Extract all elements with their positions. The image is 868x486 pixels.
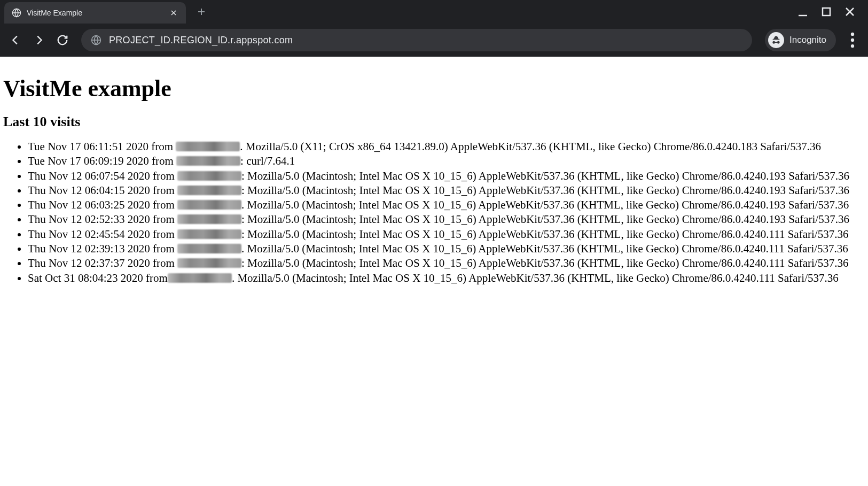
visit-user-agent: : curl/7.64.1: [240, 155, 295, 167]
visit-timestamp: Thu Nov 12 06:04:15 2020 from: [28, 184, 177, 197]
visit-timestamp: Tue Nov 17 06:09:19 2020 from: [28, 155, 176, 167]
visit-user-agent: . Mozilla/5.0 (X11; CrOS x86_64 13421.89…: [240, 140, 821, 153]
browser-tab[interactable]: VisitMe Example: [4, 2, 186, 24]
tab-bar: VisitMe Example: [0, 0, 868, 24]
list-item: Tue Nov 17 06:11:51 2020 from . Mozilla/…: [28, 140, 865, 154]
address-bar[interactable]: PROJECT_ID.REGION_ID.r.appspot.com: [81, 29, 752, 51]
list-item: Thu Nov 12 02:37:37 2020 from : Mozilla/…: [28, 256, 865, 271]
redacted-ip: [176, 142, 240, 151]
visit-user-agent: . Mozilla/5.0 (Macintosh; Intel Mac OS X…: [232, 272, 839, 284]
svg-rect-7: [823, 8, 830, 16]
redacted-ip: [168, 273, 232, 283]
close-tab-button[interactable]: [169, 8, 178, 18]
forward-button[interactable]: [29, 30, 49, 50]
svg-point-12: [851, 33, 854, 36]
list-item: Thu Nov 12 02:39:13 2020 from . Mozilla/…: [28, 242, 865, 256]
tab-title: VisitMe Example: [27, 9, 165, 17]
list-item: Thu Nov 12 06:07:54 2020 from : Mozilla/…: [28, 169, 865, 183]
visit-timestamp: Sat Oct 31 08:04:23 2020 from: [28, 272, 168, 284]
svg-point-14: [851, 44, 854, 48]
browser-toolbar: PROJECT_ID.REGION_ID.r.appspot.com Incog…: [0, 24, 868, 57]
window-controls: [796, 5, 864, 18]
list-item: Sat Oct 31 08:04:23 2020 from. Mozilla/5…: [28, 271, 865, 286]
incognito-icon: [768, 32, 784, 48]
page-content: VisitMe example Last 10 visits Tue Nov 1…: [0, 57, 868, 292]
redacted-ip: [177, 186, 241, 195]
browser-menu-button[interactable]: [842, 30, 863, 50]
redacted-ip: [177, 229, 241, 239]
globe-icon: [12, 8, 21, 18]
incognito-badge[interactable]: Incognito: [765, 29, 836, 51]
visit-timestamp: Thu Nov 12 02:39:13 2020 from: [28, 242, 177, 255]
redacted-ip: [177, 258, 241, 268]
visit-timestamp: Thu Nov 12 06:07:54 2020 from: [28, 169, 177, 182]
redacted-ip: [177, 214, 241, 224]
redacted-ip: [177, 200, 241, 210]
redacted-ip: [177, 171, 241, 181]
visit-user-agent: . Mozilla/5.0 (Macintosh; Intel Mac OS X…: [241, 242, 848, 255]
site-info-icon[interactable]: [91, 35, 101, 45]
minimize-button[interactable]: [796, 5, 809, 18]
incognito-label: Incognito: [789, 35, 826, 45]
list-item: Tue Nov 17 06:09:19 2020 from : curl/7.6…: [28, 154, 865, 168]
svg-point-13: [851, 38, 854, 42]
visit-timestamp: Tue Nov 17 06:11:51 2020 from: [28, 140, 176, 153]
visit-user-agent: : Mozilla/5.0 (Macintosh; Intel Mac OS X…: [241, 257, 848, 269]
redacted-ip: [177, 244, 241, 253]
list-item: Thu Nov 12 06:03:25 2020 from . Mozilla/…: [28, 198, 865, 212]
redacted-ip: [176, 156, 240, 166]
visit-timestamp: Thu Nov 12 02:37:37 2020 from: [28, 257, 177, 269]
back-button[interactable]: [5, 30, 26, 50]
page-title: VisitMe example: [3, 75, 865, 102]
visit-user-agent: : Mozilla/5.0 (Macintosh; Intel Mac OS X…: [241, 213, 849, 226]
list-item: Thu Nov 12 06:04:15 2020 from : Mozilla/…: [28, 183, 865, 198]
list-item: Thu Nov 12 02:52:33 2020 from : Mozilla/…: [28, 212, 865, 227]
visit-timestamp: Thu Nov 12 02:52:33 2020 from: [28, 213, 177, 226]
visit-user-agent: . Mozilla/5.0 (Macintosh; Intel Mac OS X…: [241, 198, 849, 211]
browser-chrome: VisitMe Example: [0, 0, 868, 57]
page-subtitle: Last 10 visits: [3, 114, 865, 130]
maximize-button[interactable]: [820, 5, 833, 18]
url-text: PROJECT_ID.REGION_ID.r.appspot.com: [109, 35, 293, 46]
reload-button[interactable]: [52, 30, 73, 50]
visit-timestamp: Thu Nov 12 02:45:54 2020 from: [28, 228, 177, 241]
visit-timestamp: Thu Nov 12 06:03:25 2020 from: [28, 198, 177, 211]
list-item: Thu Nov 12 02:45:54 2020 from : Mozilla/…: [28, 227, 865, 242]
visit-user-agent: : Mozilla/5.0 (Macintosh; Intel Mac OS X…: [241, 169, 849, 182]
visit-user-agent: : Mozilla/5.0 (Macintosh; Intel Mac OS X…: [241, 228, 848, 241]
new-tab-button[interactable]: [193, 4, 209, 20]
visit-user-agent: : Mozilla/5.0 (Macintosh; Intel Mac OS X…: [241, 184, 849, 197]
visits-list: Tue Nov 17 06:11:51 2020 from . Mozilla/…: [3, 140, 865, 286]
close-window-button[interactable]: [843, 5, 856, 18]
